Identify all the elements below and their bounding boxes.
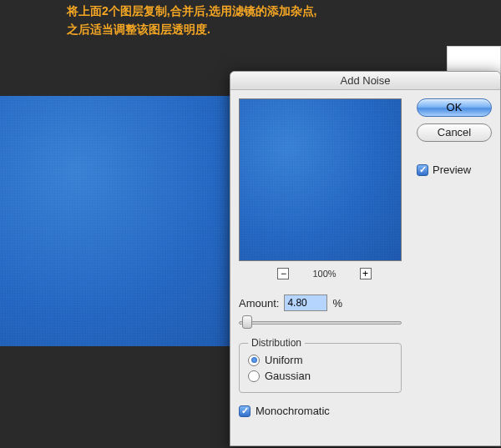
radio-gaussian-input[interactable]	[248, 370, 260, 382]
distribution-title: Distribution	[248, 337, 305, 349]
radio-uniform-input[interactable]	[248, 355, 260, 366]
monochromatic-checkbox[interactable]	[239, 405, 250, 417]
preview-label: Preview	[433, 164, 471, 176]
distribution-group: Distribution Uniform Gaussian	[239, 343, 402, 393]
radio-gaussian[interactable]: Gaussian	[248, 370, 392, 382]
noise-preview[interactable]	[239, 98, 402, 261]
instruction-line1: 将上面2个图层复制,合并后,选用滤镜的添加杂点,	[67, 2, 316, 20]
instruction-text: 将上面2个图层复制,合并后,选用滤镜的添加杂点, 之后适当调整该图层透明度.	[67, 2, 316, 39]
slider-track	[239, 321, 402, 325]
add-noise-dialog: Add Noise − 100% + Amount: % Distributio…	[230, 71, 501, 446]
zoom-in-button[interactable]: +	[360, 268, 372, 279]
slider-thumb[interactable]	[242, 315, 252, 329]
amount-slider[interactable]	[239, 316, 402, 331]
monochromatic-label: Monochromatic	[256, 405, 330, 417]
cancel-button[interactable]: Cancel	[417, 123, 492, 142]
radio-uniform[interactable]: Uniform	[248, 354, 392, 366]
monochromatic-row[interactable]: Monochromatic	[239, 405, 410, 417]
radio-uniform-label: Uniform	[265, 354, 303, 366]
dialog-title: Add Noise	[230, 72, 500, 90]
ok-button[interactable]: OK	[417, 98, 492, 117]
zoom-level: 100%	[312, 269, 336, 279]
amount-label: Amount:	[239, 297, 279, 310]
radio-gaussian-label: Gaussian	[265, 370, 311, 382]
amount-unit: %	[332, 297, 342, 310]
instruction-line2: 之后适当调整该图层透明度.	[67, 20, 316, 38]
amount-input[interactable]	[284, 294, 327, 311]
preview-toggle[interactable]: Preview	[417, 164, 492, 176]
zoom-out-button[interactable]: −	[277, 268, 289, 279]
canvas-preview	[0, 96, 255, 346]
preview-checkbox[interactable]	[417, 164, 428, 176]
